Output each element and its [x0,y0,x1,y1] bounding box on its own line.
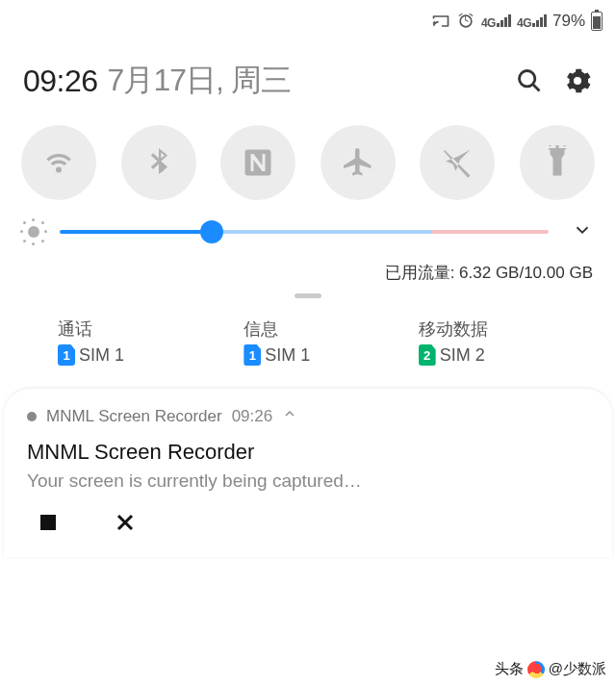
flashlight-toggle[interactable] [520,125,595,200]
watermark-logo-icon [527,661,545,678]
sim-data-value: 2 SIM 2 [419,344,593,366]
cancel-recording-button[interactable] [114,511,137,538]
sim1-network-label: 4G [481,13,511,30]
header-date[interactable]: 7月17日, 周三 [108,60,291,102]
sim-messages-label: 信息 [244,318,418,341]
notification-actions [27,492,589,538]
notification-card[interactable]: MNML Screen Recorder 09:26 MNML Screen R… [4,389,612,557]
sim-messages[interactable]: 信息 1 SIM 1 [232,318,418,366]
sim-calls-value: 1 SIM 1 [58,344,232,366]
sim2-network-label: 4G [517,13,547,30]
airplane-icon [341,145,375,180]
gear-icon [564,67,591,94]
airplane-toggle[interactable] [321,125,396,200]
chevron-down-icon [572,219,593,241]
brightness-row [0,212,616,248]
brightness-expand[interactable] [572,219,593,244]
sim-data-label: 移动数据 [419,318,593,341]
quick-settings-row [0,119,616,212]
flashlight-icon [540,145,575,180]
stop-icon [37,511,60,534]
battery-percentage: 79% [552,12,585,31]
notification-title: MNML Screen Recorder [27,440,589,465]
cast-icon [431,12,450,31]
notification-indicator-icon [27,412,37,421]
location-off-icon [440,145,475,180]
wifi-icon [41,145,76,180]
sim-chip-icon: 2 [419,344,436,366]
header-time: 09:26 [23,64,98,99]
bluetooth-toggle[interactable] [121,125,196,200]
status-bar: 4G 4G 79% [0,0,616,42]
sim-messages-value: 1 SIM 1 [244,344,418,366]
nfc-toggle[interactable] [220,125,295,200]
sim-assignment-row: 通话 1 SIM 1 信息 1 SIM 1 移动数据 2 SIM 2 [0,306,616,389]
notification-time: 09:26 [232,407,273,426]
alarm-icon [456,12,475,31]
stop-recording-button[interactable] [37,511,60,538]
nfc-icon [241,145,275,180]
search-icon [516,67,543,94]
watermark-prefix: 头条 [495,660,524,678]
sim-calls-label: 通话 [58,318,232,341]
notification-header[interactable]: MNML Screen Recorder 09:26 [27,406,589,426]
svg-rect-0 [40,515,56,530]
brightness-icon [23,221,44,242]
brightness-thumb[interactable] [200,220,223,243]
data-usage-label[interactable]: 已用流量: 6.32 GB/10.00 GB [0,248,616,290]
sim-data[interactable]: 移动数据 2 SIM 2 [419,318,593,366]
notification-collapse[interactable] [282,406,297,426]
watermark: 头条 @少数派 [495,660,606,678]
brightness-slider[interactable] [60,229,549,235]
chevron-up-icon [282,406,297,421]
search-button[interactable] [514,65,545,96]
bluetooth-icon [141,145,176,180]
sim-calls[interactable]: 通话 1 SIM 1 [23,318,232,366]
battery-icon [591,12,603,31]
sim-chip-icon: 1 [244,344,261,366]
notification-app-name: MNML Screen Recorder [46,407,222,426]
watermark-handle: @少数派 [549,660,606,678]
close-icon [114,511,137,534]
notification-body: Your screen is currently being captured… [27,470,589,492]
drag-handle[interactable] [0,290,616,306]
sim-chip-icon: 1 [58,344,75,366]
location-toggle[interactable] [420,125,495,200]
panel-header: 09:26 7月17日, 周三 [0,42,616,119]
settings-button[interactable] [562,65,593,96]
wifi-toggle[interactable] [21,125,96,200]
